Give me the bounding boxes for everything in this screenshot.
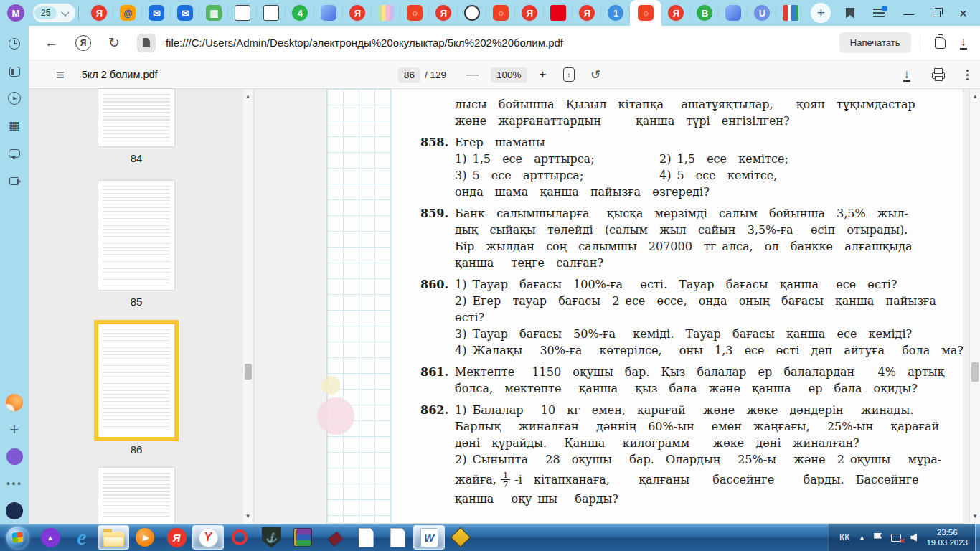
pdf-print-button[interactable] xyxy=(932,72,945,79)
scroll-down-icon[interactable]: ▼ xyxy=(970,513,980,519)
close-button[interactable]: × xyxy=(959,6,967,20)
taskbar-word[interactable]: W xyxy=(413,525,445,550)
tab-blank-doc[interactable] xyxy=(257,0,286,26)
tab-mail-at[interactable]: @ xyxy=(113,0,142,26)
taskbar-yandex-browser[interactable]: Y xyxy=(192,525,224,550)
taskbar-winrar[interactable] xyxy=(287,525,319,550)
tab-yandex[interactable]: Я xyxy=(343,0,372,26)
print-button[interactable]: Напечатать xyxy=(839,32,911,53)
problem-859: 859. Банк салымшыларға қысқа мерзімді са… xyxy=(420,205,880,271)
tab-blue-cube[interactable] xyxy=(719,0,748,26)
alice-icon[interactable] xyxy=(6,448,23,465)
minimize-button[interactable]: — xyxy=(903,8,914,19)
tab-green-doc[interactable]: ▦ xyxy=(199,0,228,26)
show-desktop-button[interactable] xyxy=(975,524,980,551)
scrollbar-thumb[interactable] xyxy=(245,364,252,380)
taskbar-blank-doc[interactable] xyxy=(382,525,413,550)
tab-pdf[interactable]: ○ xyxy=(486,0,515,26)
profile-avatar[interactable]: M xyxy=(7,4,24,22)
tab-mail-envelope[interactable]: ✉ xyxy=(142,0,171,26)
bookmarks-icon[interactable] xyxy=(846,8,854,19)
taskbar-internet-explorer[interactable]: e xyxy=(66,525,98,550)
rotate-button[interactable]: ↺ xyxy=(590,67,600,83)
thumbnail-scrollbar[interactable]: ▲ ▼ xyxy=(243,89,253,524)
pdf-menu-icon[interactable]: ≡ xyxy=(56,67,65,83)
profile-circle-icon[interactable] xyxy=(6,502,23,519)
tab-u-circle[interactable]: U xyxy=(748,0,776,26)
tab-favicon xyxy=(725,5,741,21)
panels-icon[interactable] xyxy=(6,64,22,80)
tab-stripes[interactable] xyxy=(372,0,400,26)
history-icon[interactable] xyxy=(6,36,22,52)
tab-book[interactable] xyxy=(776,0,805,26)
tab-counter[interactable]: 25 xyxy=(33,4,75,22)
volume-icon[interactable] xyxy=(910,533,917,542)
taskbar-warships[interactable]: ⚓ xyxy=(255,525,287,550)
tab-favicon: Я xyxy=(579,5,595,21)
action-center-flag-icon[interactable] xyxy=(874,533,882,539)
tab-pdf[interactable]: ○ xyxy=(400,0,429,26)
download-icon[interactable]: ↓ xyxy=(960,36,968,50)
network-disconnected-icon[interactable] xyxy=(891,534,901,542)
tab-red-square[interactable] xyxy=(544,0,573,26)
more-icon[interactable]: ●●● xyxy=(6,476,22,491)
language-indicator[interactable]: КК xyxy=(839,532,850,542)
file-icon xyxy=(137,34,156,52)
taskbar-yandex[interactable]: Я xyxy=(161,525,192,550)
tab-hexagon[interactable] xyxy=(458,0,486,26)
scroll-down-icon[interactable]: ▼ xyxy=(243,513,253,519)
tab-yandex[interactable]: Я xyxy=(429,0,458,26)
main-scrollbar[interactable]: ▲ ▼ xyxy=(969,89,980,524)
back-button[interactable]: ← xyxy=(44,35,58,51)
tab-blue-cube[interactable] xyxy=(314,0,343,26)
reload-button[interactable]: ↻ xyxy=(108,34,120,51)
tab-blue-1[interactable]: 1 xyxy=(601,0,630,26)
scroll-up-icon[interactable]: ▲ xyxy=(243,93,253,100)
collections-icon[interactable] xyxy=(935,37,946,49)
tab-mail-envelope[interactable]: ✉ xyxy=(171,0,199,26)
zoom-out-button[interactable]: — xyxy=(466,67,479,82)
thumbnail-page-86-selected[interactable] xyxy=(98,324,174,437)
taskbar-crossout[interactable] xyxy=(445,525,476,550)
taskbar-alice[interactable]: ▲ xyxy=(34,525,66,550)
pdf-download-button[interactable]: ↓ xyxy=(903,68,911,82)
more-options-icon[interactable] xyxy=(966,70,969,72)
scroll-up-icon[interactable]: ▲ xyxy=(970,93,980,100)
zoom-level[interactable]: 100% xyxy=(491,67,527,83)
tiles-icon[interactable]: ▦ xyxy=(6,117,22,133)
video-icon[interactable]: ▶ xyxy=(8,92,21,105)
thumbnail-page-87[interactable] xyxy=(98,468,174,524)
tab-yandex[interactable]: Я xyxy=(85,0,113,26)
url-text[interactable]: file:///C:/Users/Admin/Desktop/электронд… xyxy=(166,37,832,49)
start-button[interactable] xyxy=(6,527,29,549)
taskbar-media-player[interactable]: ▶ xyxy=(129,525,161,550)
zoom-in-button[interactable]: + xyxy=(540,67,547,82)
page-number-input[interactable]: 86 xyxy=(398,67,420,83)
add-panel-icon[interactable]: + xyxy=(6,422,22,438)
tab-yandex[interactable]: Я xyxy=(661,0,690,26)
tab-green-b[interactable]: B xyxy=(690,0,719,26)
yandex-services-icon[interactable] xyxy=(6,394,23,411)
new-tab-button[interactable]: + xyxy=(811,3,831,23)
tab-yandex[interactable]: Я xyxy=(573,0,601,26)
tab-green-4[interactable]: 4 xyxy=(286,0,314,26)
scrollbar-thumb[interactable] xyxy=(971,362,979,382)
tab-favicon xyxy=(783,5,798,21)
yandex-search-button[interactable]: Я xyxy=(75,35,91,51)
restore-button[interactable] xyxy=(933,11,941,17)
fit-page-button[interactable]: ↕ xyxy=(563,67,575,82)
taskbar-opera[interactable] xyxy=(224,525,255,550)
browser-menu-icon[interactable] xyxy=(873,9,885,17)
tab-yandex[interactable]: Я xyxy=(515,0,544,26)
tab-blank-doc[interactable] xyxy=(228,0,257,26)
thumbnail-page-84[interactable] xyxy=(98,89,174,146)
taskbar-game-ornament[interactable]: ◆ xyxy=(319,525,350,550)
camera-icon[interactable] xyxy=(6,173,22,189)
taskbar-blank-doc[interactable] xyxy=(350,525,382,550)
chat-icon[interactable] xyxy=(6,145,22,161)
thumbnail-page-85[interactable] xyxy=(98,181,174,290)
tab-pdf-active[interactable]: ○ xyxy=(630,0,661,26)
hidden-icons-chevron[interactable]: ▲ xyxy=(859,534,865,541)
clock[interactable]: 23:56 19.03.2023 xyxy=(926,527,968,547)
taskbar-explorer-folder[interactable] xyxy=(98,525,129,550)
